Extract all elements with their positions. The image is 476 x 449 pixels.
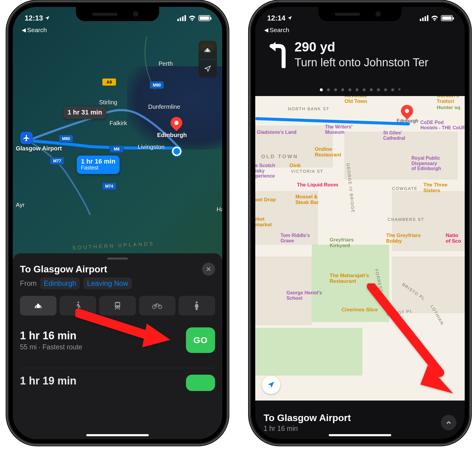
poi-liquid: The Liquid Room [297,182,338,188]
tracking-button[interactable] [198,59,217,78]
back-label: Search [270,26,289,34]
chevron-left-icon: ◀ [264,27,268,33]
home-indicator[interactable] [329,434,391,436]
back-label: Search [27,26,47,34]
nav-instruction: Turn left onto Johnston Ter [295,56,428,69]
poi-writers: The Writers' Museum [325,124,353,135]
recenter-button[interactable] [262,376,280,394]
city-stirling: Stirling [99,99,117,106]
notch [318,7,402,21]
notch [76,7,159,21]
city-dunfermline: Dunfermline [148,103,180,110]
destination-pin[interactable] [401,105,413,117]
route-callout-main-label: Fastest [81,165,115,171]
city-edinburgh: Edinburgh [157,132,187,139]
current-location-dot [172,147,181,156]
route1-time: 1 hr 16 min [20,329,76,342]
back-to-search[interactable]: ◀ Search [264,26,289,34]
road-badge-a9: A9 [102,78,116,86]
poi-greyfriars: Greyfriars Kirkyard [330,237,354,248]
battery-icon [441,15,453,21]
screen-right: 12:14 ◀ Search 290 yd Turn left onto Joh… [255,7,465,439]
from-value-chip[interactable]: Edinburgh [40,277,80,289]
poi-hunter: Hunter sq [437,105,460,111]
poi-tomriddle: Tom Riddle's Grave [281,233,310,243]
poi-threesisters: The Three Sisters [423,182,447,193]
route-result-2[interactable]: 1 hr 19 min [20,368,215,391]
annotation-arrow-right [365,283,461,404]
back-to-search[interactable]: ◀ Search [22,26,47,34]
go-button-2[interactable] [186,375,215,391]
city-edinburgh: Edinburgh [397,118,418,124]
wifi-icon [431,15,439,21]
mode-driving[interactable] [20,296,57,315]
route-callout-alt-time: 1 hr 31 min [68,109,102,116]
route-callout-main-time: 1 hr 16 min [81,158,115,165]
route-callout-main[interactable]: 1 hr 16 min Fastest [77,156,120,174]
poi-market: rket market [255,216,272,227]
go-button[interactable]: GO [186,327,215,353]
route-callout-alt[interactable]: 1 hr 31 min [63,106,106,119]
street-cowgate: COWGATE [392,186,417,191]
nav-summary-sheet[interactable]: To Glasgow Airport 1 hr 16 min [255,401,465,439]
home-indicator[interactable] [86,434,149,436]
poi-ondine: Ondine Restaurant [315,147,341,158]
city-ayr: Ayr [16,202,25,208]
city-livingston: Livingston [138,144,165,150]
wifi-icon [188,15,196,21]
nav-step-dots[interactable] [255,88,465,91]
svg-point-7 [196,302,198,304]
location-services-icon [45,15,50,21]
close-button[interactable] [202,263,215,276]
svg-point-0 [77,302,79,303]
svg-rect-2 [116,303,120,305]
poi-heriots: George Heriot's School [286,290,322,301]
poi-scotch: e Scotch isky perience [255,163,275,179]
street-victoria: VICTORIA ST [291,169,323,174]
from-row: From Edinburgh Leaving Now [20,277,215,289]
chevron-left-icon: ◀ [22,27,26,33]
nav-sheet-sub: 1 hr 16 min [264,425,351,433]
airport-label: Glasgow Airport [16,145,62,152]
poi-national: Natio of Sco [446,233,461,244]
map-controls [198,41,217,78]
poi-bobby: The Greyfriars Bobby [386,233,421,244]
road-badge-m77: M77 [50,157,64,165]
screen-left: 12:13 ◀ Search [13,7,222,439]
leaving-time-chip[interactable]: Leaving Now [83,277,132,289]
road-badge-m74: M74 [102,182,116,190]
road-badge-m90: M90 [150,81,164,89]
city-perth: Perth [159,60,173,67]
map-settings-button[interactable] [198,41,217,59]
poi-oink: Oink [289,163,301,169]
mode-rideshare[interactable] [178,296,215,315]
poi-streetdrop: eet Drop [255,197,276,203]
annotation-arrow-left [75,307,173,350]
cell-signal-icon [177,15,186,21]
cell-signal-icon [420,15,428,21]
road-badge-m80: M80 [59,135,73,142]
route2-time: 1 hr 19 min [20,375,76,387]
go-label: GO [193,335,208,345]
street-northbank: NORTH BANK ST [288,106,329,111]
turn-left-icon [267,40,288,96]
city-falkirk: Falkirk [109,120,127,127]
expand-button[interactable] [441,415,456,430]
battery-icon [198,15,210,21]
from-label: From [20,279,37,288]
sheet-grabber[interactable] [107,258,128,260]
phone-left: 12:13 ◀ Search [7,1,228,445]
poi-mussel: Mussel & Steak Bar [295,194,319,205]
poi-code: CoDE Pod Hostels - THE CoURT [420,120,465,130]
airport-icon[interactable] [20,132,33,144]
area-oldtown: OLD TOWN [261,154,298,160]
poi-gladstones: Gladstone's Land [257,130,297,135]
clock: 12:14 [267,14,285,22]
phone-right: 12:14 ◀ Search 290 yd Turn left onto Joh… [250,1,470,445]
route1-sub: 55 mi · Fastest route [20,343,82,351]
street-chambers: CHAMBERS ST [388,217,424,222]
nav-distance: 290 yd [295,40,428,54]
clock: 12:13 [25,14,43,22]
nav-sheet-title: To Glasgow Airport [264,412,351,423]
destination-pin[interactable] [170,117,182,129]
